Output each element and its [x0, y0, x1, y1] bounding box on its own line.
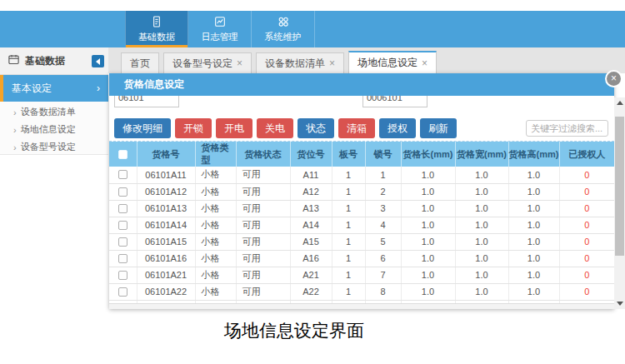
row-checkbox[interactable]: [118, 254, 128, 263]
sidebar-item-3[interactable]: ›设备型号设定: [0, 138, 108, 156]
toolbar-button-4[interactable]: 关电: [257, 118, 293, 138]
table-row: 06101A14小格可用A14141.01.01.00: [109, 217, 614, 233]
tab-2[interactable]: 设备型号设定×: [163, 52, 252, 73]
clipboard-icon: [150, 15, 163, 28]
sidebar-item-label: 场地信息设定: [21, 123, 76, 136]
sidebar-item-label: 设备数据清单: [21, 106, 76, 118]
table-cell: 06101A22: [137, 283, 195, 300]
table-cell: A13: [290, 200, 332, 217]
table-cell: 0: [559, 217, 614, 233]
close-tab-icon[interactable]: ×: [329, 57, 335, 69]
table-cell: 可用: [236, 183, 290, 200]
header-checkbox-cell: [109, 142, 137, 167]
nav-item-1[interactable]: 基础数据: [125, 11, 188, 47]
tab-4[interactable]: 场地信息设定×: [348, 51, 437, 73]
chevron-right-icon: ›: [13, 142, 17, 152]
page: 基础数据日志管理系统维护 基础数据 基本设定 › ›设备数据清单›场地信息设定›…: [0, 0, 625, 364]
nav-item-label: 基础数据: [138, 31, 175, 43]
top-navbar: 基础数据日志管理系统维护: [0, 11, 625, 47]
table-cell: 1.0: [401, 183, 455, 200]
table-cell: A21: [290, 267, 332, 283]
table-cell: 1.0: [508, 217, 559, 233]
nav-item-2[interactable]: 日志管理: [188, 11, 252, 47]
sidebar-item-2[interactable]: ›场地信息设定: [0, 121, 108, 138]
table-cell: 06101A13: [137, 200, 195, 217]
table-cell: 1: [332, 233, 365, 250]
site-no-input[interactable]: [362, 96, 428, 107]
table-cell: 0: [559, 183, 614, 200]
scroll-down-icon[interactable]: [614, 298, 625, 309]
table-cell: 1.0: [455, 183, 508, 200]
toolbar-button-5[interactable]: 状态: [298, 118, 334, 138]
row-checkbox-cell: [109, 250, 137, 267]
table-cell: 1.0: [508, 200, 559, 217]
toolbar-button-2[interactable]: 开锁: [175, 118, 212, 138]
table-cell: 0: [559, 267, 614, 283]
sidebar-section-label: 基本设定: [12, 82, 52, 96]
table-cell: 可用: [236, 200, 290, 217]
table-cell: A11: [290, 167, 332, 183]
row-checkbox[interactable]: [118, 221, 128, 230]
scrollbar-thumb[interactable]: [615, 117, 624, 256]
close-tab-icon[interactable]: ×: [237, 57, 242, 69]
tab-3[interactable]: 设备数据清单×: [256, 52, 344, 73]
tab-label: 场地信息设定: [358, 56, 418, 70]
table-cell: 1.0: [455, 217, 508, 233]
chart-icon: [213, 15, 227, 28]
table-cell: 小格: [195, 217, 236, 233]
row-checkbox[interactable]: [118, 187, 128, 197]
row-checkbox[interactable]: [118, 204, 128, 213]
toolbar-button-6[interactable]: 清箱: [338, 118, 375, 138]
toolbar-button-8[interactable]: 刷新: [420, 118, 457, 138]
grid-icon: [277, 15, 290, 28]
horizontal-scrollbar[interactable]: [109, 303, 614, 309]
table-cell: 6: [365, 250, 401, 267]
select-all-checkbox[interactable]: [118, 150, 128, 159]
collapse-sidebar-icon[interactable]: [92, 55, 104, 67]
nav-item-3[interactable]: 系统维护: [252, 11, 315, 47]
column-header: 板号: [332, 142, 365, 167]
row-checkbox[interactable]: [118, 237, 128, 247]
toolbar-button-1[interactable]: 修改明细: [114, 118, 171, 138]
column-header: 货格号: [137, 142, 195, 167]
row-checkbox[interactable]: [118, 170, 128, 179]
table-cell: 0: [559, 283, 614, 300]
table-cell: 1.0: [455, 250, 508, 267]
toolbar-button-3[interactable]: 开电: [216, 118, 252, 138]
panel-header: 货格信息设定: [109, 73, 614, 96]
keyword-filter-search-input[interactable]: [526, 120, 608, 137]
row-checkbox[interactable]: [118, 271, 128, 280]
table-cell: A14: [290, 217, 332, 233]
table-cell: 小格: [195, 183, 236, 200]
table-cell: 小格: [195, 267, 236, 283]
tab-1[interactable]: 首页: [121, 52, 159, 73]
table-cell: 1.0: [401, 267, 455, 283]
vertical-scrollbar[interactable]: [614, 97, 625, 309]
sidebar-item-1[interactable]: ›设备数据清单: [0, 103, 108, 121]
device-no-input[interactable]: [114, 96, 179, 107]
toolbar-button-7[interactable]: 授权: [379, 118, 416, 138]
table-cell: 1.0: [508, 167, 559, 183]
panel-input-row: [109, 96, 614, 108]
table-row: 06101A11小格可用A11111.01.01.00: [109, 167, 614, 183]
nav-items: 基础数据日志管理系统维护: [125, 11, 625, 47]
sidebar-section-basic-settings[interactable]: 基本设定 ›: [0, 75, 108, 102]
row-checkbox[interactable]: [118, 287, 128, 297]
cargo-slot-info-panel: × 货格信息设定 修改明细开锁开电关电状态清箱授权刷新 货格号货格类型货格状态货…: [109, 73, 614, 309]
table-row: 06101A22小格可用A22181.01.01.00: [109, 283, 614, 300]
close-tab-icon[interactable]: ×: [422, 57, 428, 69]
close-icon[interactable]: ×: [605, 70, 622, 87]
table-cell: 0: [559, 250, 614, 267]
tab-bar: 首页设备型号设定×设备数据清单×场地信息设定×: [108, 47, 625, 73]
chevron-right-icon: ›: [13, 125, 17, 135]
table-cell: 1.0: [455, 233, 508, 250]
cargo-slot-table: 货格号货格类型货格状态货位号板号锁号货格长(mm)货格宽(mm)货格高(mm)已…: [109, 142, 614, 303]
table-cell: 小格: [195, 200, 236, 217]
table-cell: A15: [290, 233, 332, 250]
chevron-right-icon: ›: [97, 82, 100, 94]
row-checkbox-cell: [109, 217, 137, 233]
scroll-up-icon[interactable]: [614, 97, 625, 108]
table-cell: 06101A14: [137, 217, 195, 233]
table-cell: 1.0: [401, 233, 455, 250]
table-cell: 0: [559, 200, 614, 217]
